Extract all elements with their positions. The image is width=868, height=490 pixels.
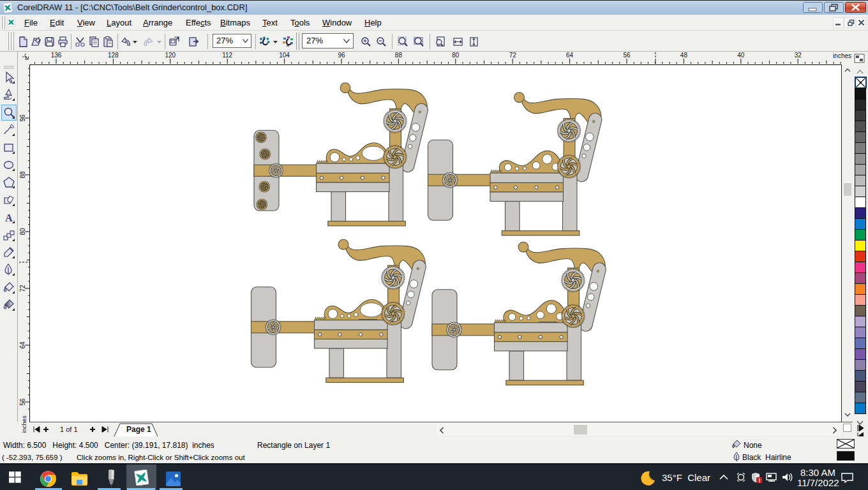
svg-text:88: 88 [19,171,26,179]
svg-text:120: 120 [165,52,176,59]
svg-text:80: 80 [452,52,460,59]
svg-text:56: 56 [19,398,26,406]
svg-text:64: 64 [19,341,26,349]
svg-text:32: 32 [795,52,802,59]
svg-text:Page 1: Page 1 [126,425,151,434]
svg-text:inches: inches [833,52,851,59]
svg-text:96: 96 [338,52,345,59]
svg-text:112: 112 [222,52,232,59]
svg-text:72: 72 [509,52,517,59]
svg-text:72: 72 [19,285,26,292]
svg-text:80: 80 [19,228,26,235]
svg-text:40: 40 [737,52,745,59]
svg-text:88: 88 [395,52,403,59]
svg-text:104: 104 [279,52,290,59]
svg-text:128: 128 [108,52,119,59]
svg-text:64: 64 [566,52,574,59]
svg-text:A: A [5,212,13,223]
svg-text:96: 96 [19,114,26,122]
svg-text:1 of 1: 1 of 1 [60,426,78,433]
svg-text:56: 56 [623,52,631,59]
svg-text:inches: inches [20,415,27,433]
svg-text:48: 48 [680,52,688,59]
svg-text:136: 136 [51,52,62,59]
